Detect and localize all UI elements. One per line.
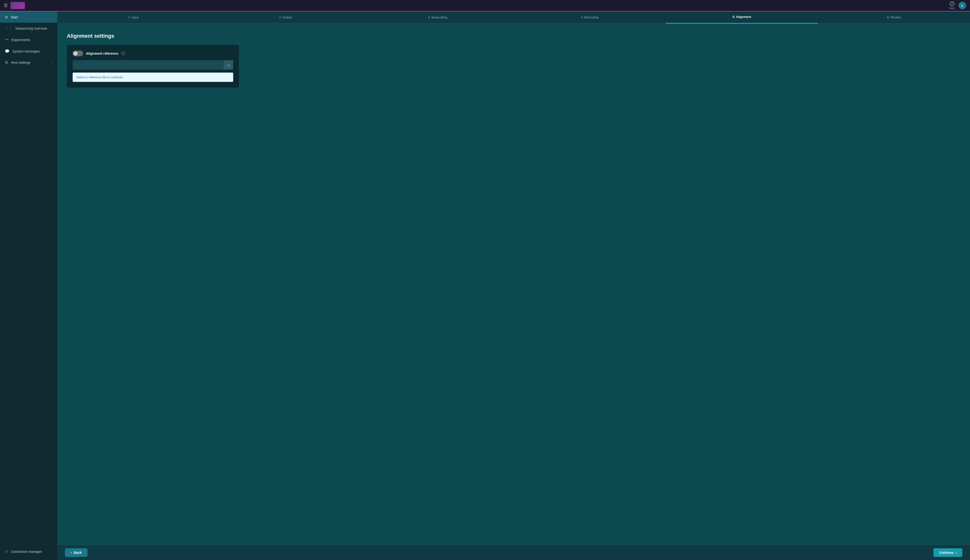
sidebar-item-label: Connection manager <box>11 550 42 553</box>
sidebar-item-experiments[interactable]: 〜 Experiments <box>0 34 57 46</box>
connection-icon: ⚇ <box>5 549 8 554</box>
content-area: 1. Input 2. Output 3. Basecalling 4. Bar… <box>57 12 970 560</box>
browse-file-button[interactable]: 🗂 <box>224 60 233 70</box>
back-chevron-icon: ‹ <box>71 551 72 555</box>
tab-output[interactable]: 2. Output <box>209 12 362 23</box>
help-button[interactable]: ? Help <box>949 2 955 10</box>
settings-icon: ⚙ <box>5 60 8 65</box>
sidebar-bottom: ⚇ Connection manager <box>0 543 57 560</box>
page-content: Alignment settings Alignment reference ?… <box>57 23 970 545</box>
sidebar-item-system-messages[interactable]: 💬 System messages <box>0 46 57 57</box>
sidebar: ⊙ Start ⋮⋮ Sequencing overview 〜 Experim… <box>0 12 57 560</box>
alignment-reference-help-icon[interactable]: ? <box>121 52 125 55</box>
bottom-bar: ‹ Back Continue › <box>57 545 970 560</box>
alignment-reference-row: Alignment reference ? <box>73 51 233 56</box>
file-input-row: 🗂 <box>73 60 233 70</box>
page-title: Alignment settings <box>67 33 960 39</box>
user-avatar[interactable]: L <box>958 2 966 9</box>
sidebar-item-label: Host settings <box>11 61 30 65</box>
sidebar-item-connection-manager[interactable]: ⚇ Connection manager <box>0 546 57 557</box>
continue-label: Continue <box>939 551 954 555</box>
experiments-icon: 〜 <box>5 37 8 42</box>
tab-barcoding[interactable]: 4. Barcoding <box>513 12 666 23</box>
tab-input[interactable]: 1. Input <box>57 12 209 23</box>
topbar: ☰ ? Help L <box>0 0 970 12</box>
topbar-right: ? Help L <box>949 2 966 10</box>
alignment-reference-toggle[interactable] <box>73 51 83 56</box>
tab-basecalling[interactable]: 3. Basecalling <box>361 12 513 23</box>
sidebar-item-label: Start <box>11 15 18 19</box>
grid-icon: ⋮⋮ <box>5 26 12 30</box>
continue-chevron-icon: › <box>955 551 957 555</box>
help-circle-icon: ? <box>950 2 955 6</box>
info-message: Select a reference file to continue. <box>73 73 233 82</box>
alignment-reference-label: Alignment reference <box>86 52 118 55</box>
sidebar-item-label: Sequencing overview <box>15 27 47 30</box>
sidebar-item-host-settings[interactable]: ⚙ Host settings › <box>0 57 57 68</box>
reference-file-input[interactable] <box>73 60 224 70</box>
sidebar-item-label: System messages <box>12 49 40 53</box>
messages-icon: 💬 <box>5 49 10 53</box>
back-label: Back <box>74 551 82 555</box>
continue-button[interactable]: Continue › <box>933 548 962 557</box>
topbar-left: ☰ <box>4 2 25 9</box>
sidebar-top: ⊙ Start ⋮⋮ Sequencing overview 〜 Experim… <box>0 12 57 543</box>
folder-icon: 🗂 <box>227 63 230 67</box>
start-icon: ⊙ <box>5 15 8 19</box>
help-label: Help <box>949 7 955 10</box>
tab-review[interactable]: 6. Review <box>818 12 970 23</box>
menu-icon[interactable]: ☰ <box>4 3 8 8</box>
sidebar-item-start[interactable]: ⊙ Start <box>0 12 57 23</box>
back-button[interactable]: ‹ Back <box>65 548 87 557</box>
main-layout: ⊙ Start ⋮⋮ Sequencing overview 〜 Experim… <box>0 12 970 560</box>
settings-card: Alignment reference ? 🗂 Select a referen… <box>67 45 239 88</box>
sidebar-item-label: Experiments <box>12 38 30 42</box>
app-logo <box>10 2 25 9</box>
chevron-right-icon: › <box>52 61 53 64</box>
sidebar-item-sequencing-overview[interactable]: ⋮⋮ Sequencing overview <box>0 23 57 34</box>
tab-alignment[interactable]: 5. Alignment <box>666 12 818 23</box>
wizard-tabs: 1. Input 2. Output 3. Basecalling 4. Bar… <box>57 12 970 23</box>
